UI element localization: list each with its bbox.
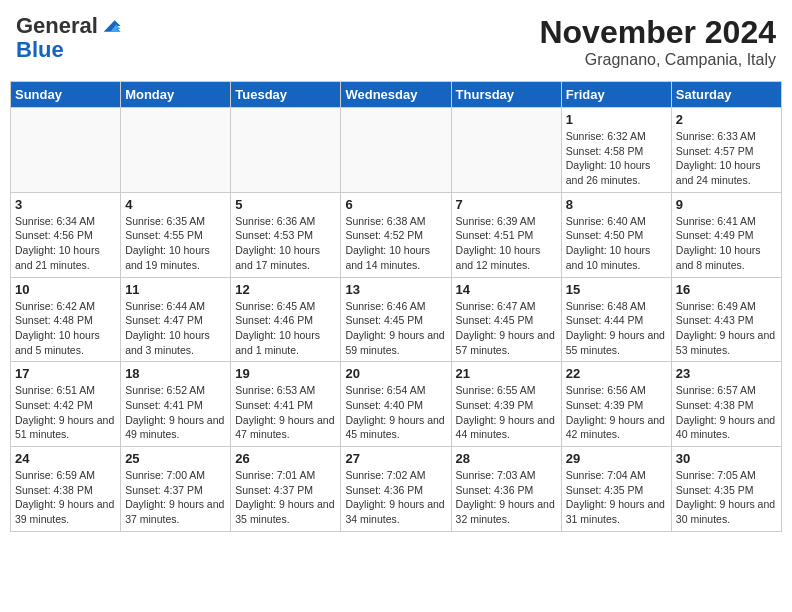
weekday-wednesday: Wednesday [341,82,451,108]
day-info: Sunrise: 6:45 AM Sunset: 4:46 PM Dayligh… [235,299,336,358]
day-info: Sunrise: 7:03 AM Sunset: 4:36 PM Dayligh… [456,468,557,527]
day-number: 22 [566,366,667,381]
day-info: Sunrise: 6:36 AM Sunset: 4:53 PM Dayligh… [235,214,336,273]
day-number: 14 [456,282,557,297]
calendar-cell: 18Sunrise: 6:52 AM Sunset: 4:41 PM Dayli… [121,362,231,447]
day-number: 13 [345,282,446,297]
day-number: 16 [676,282,777,297]
day-info: Sunrise: 6:49 AM Sunset: 4:43 PM Dayligh… [676,299,777,358]
calendar-cell: 8Sunrise: 6:40 AM Sunset: 4:50 PM Daylig… [561,192,671,277]
day-number: 29 [566,451,667,466]
day-number: 17 [15,366,116,381]
calendar: SundayMondayTuesdayWednesdayThursdayFrid… [10,81,782,532]
calendar-cell [341,108,451,193]
calendar-cell: 19Sunrise: 6:53 AM Sunset: 4:41 PM Dayli… [231,362,341,447]
day-number: 5 [235,197,336,212]
calendar-cell: 29Sunrise: 7:04 AM Sunset: 4:35 PM Dayli… [561,447,671,532]
day-number: 2 [676,112,777,127]
calendar-cell: 10Sunrise: 6:42 AM Sunset: 4:48 PM Dayli… [11,277,121,362]
day-number: 27 [345,451,446,466]
day-number: 10 [15,282,116,297]
day-info: Sunrise: 6:56 AM Sunset: 4:39 PM Dayligh… [566,383,667,442]
calendar-cell [231,108,341,193]
calendar-cell [121,108,231,193]
day-number: 18 [125,366,226,381]
location-title: Gragnano, Campania, Italy [539,51,776,69]
day-info: Sunrise: 6:47 AM Sunset: 4:45 PM Dayligh… [456,299,557,358]
calendar-cell: 25Sunrise: 7:00 AM Sunset: 4:37 PM Dayli… [121,447,231,532]
calendar-cell: 13Sunrise: 6:46 AM Sunset: 4:45 PM Dayli… [341,277,451,362]
calendar-cell: 27Sunrise: 7:02 AM Sunset: 4:36 PM Dayli… [341,447,451,532]
day-info: Sunrise: 6:54 AM Sunset: 4:40 PM Dayligh… [345,383,446,442]
calendar-cell: 30Sunrise: 7:05 AM Sunset: 4:35 PM Dayli… [671,447,781,532]
day-number: 25 [125,451,226,466]
weekday-tuesday: Tuesday [231,82,341,108]
calendar-cell: 21Sunrise: 6:55 AM Sunset: 4:39 PM Dayli… [451,362,561,447]
calendar-cell [451,108,561,193]
week-row-4: 24Sunrise: 6:59 AM Sunset: 4:38 PM Dayli… [11,447,782,532]
header: General Blue November 2024 Gragnano, Cam… [10,10,782,73]
calendar-cell: 28Sunrise: 7:03 AM Sunset: 4:36 PM Dayli… [451,447,561,532]
day-info: Sunrise: 6:44 AM Sunset: 4:47 PM Dayligh… [125,299,226,358]
calendar-cell: 3Sunrise: 6:34 AM Sunset: 4:56 PM Daylig… [11,192,121,277]
day-number: 23 [676,366,777,381]
weekday-sunday: Sunday [11,82,121,108]
day-info: Sunrise: 7:02 AM Sunset: 4:36 PM Dayligh… [345,468,446,527]
day-info: Sunrise: 6:48 AM Sunset: 4:44 PM Dayligh… [566,299,667,358]
day-info: Sunrise: 6:34 AM Sunset: 4:56 PM Dayligh… [15,214,116,273]
weekday-monday: Monday [121,82,231,108]
calendar-cell: 17Sunrise: 6:51 AM Sunset: 4:42 PM Dayli… [11,362,121,447]
day-number: 26 [235,451,336,466]
day-info: Sunrise: 6:51 AM Sunset: 4:42 PM Dayligh… [15,383,116,442]
weekday-thursday: Thursday [451,82,561,108]
day-number: 24 [15,451,116,466]
calendar-cell: 12Sunrise: 6:45 AM Sunset: 4:46 PM Dayli… [231,277,341,362]
day-number: 1 [566,112,667,127]
day-number: 30 [676,451,777,466]
day-info: Sunrise: 6:52 AM Sunset: 4:41 PM Dayligh… [125,383,226,442]
calendar-cell: 26Sunrise: 7:01 AM Sunset: 4:37 PM Dayli… [231,447,341,532]
weekday-saturday: Saturday [671,82,781,108]
calendar-cell: 7Sunrise: 6:39 AM Sunset: 4:51 PM Daylig… [451,192,561,277]
day-number: 15 [566,282,667,297]
calendar-cell: 23Sunrise: 6:57 AM Sunset: 4:38 PM Dayli… [671,362,781,447]
day-number: 7 [456,197,557,212]
title-area: November 2024 Gragnano, Campania, Italy [539,14,776,69]
day-number: 12 [235,282,336,297]
calendar-cell: 6Sunrise: 6:38 AM Sunset: 4:52 PM Daylig… [341,192,451,277]
day-info: Sunrise: 6:55 AM Sunset: 4:39 PM Dayligh… [456,383,557,442]
calendar-cell: 4Sunrise: 6:35 AM Sunset: 4:55 PM Daylig… [121,192,231,277]
logo-icon [100,17,122,35]
calendar-cell: 1Sunrise: 6:32 AM Sunset: 4:58 PM Daylig… [561,108,671,193]
logo: General Blue [16,14,122,62]
week-row-0: 1Sunrise: 6:32 AM Sunset: 4:58 PM Daylig… [11,108,782,193]
day-info: Sunrise: 6:41 AM Sunset: 4:49 PM Dayligh… [676,214,777,273]
day-info: Sunrise: 7:01 AM Sunset: 4:37 PM Dayligh… [235,468,336,527]
day-info: Sunrise: 6:32 AM Sunset: 4:58 PM Dayligh… [566,129,667,188]
day-info: Sunrise: 6:59 AM Sunset: 4:38 PM Dayligh… [15,468,116,527]
day-info: Sunrise: 6:35 AM Sunset: 4:55 PM Dayligh… [125,214,226,273]
day-info: Sunrise: 7:04 AM Sunset: 4:35 PM Dayligh… [566,468,667,527]
day-number: 11 [125,282,226,297]
calendar-cell: 15Sunrise: 6:48 AM Sunset: 4:44 PM Dayli… [561,277,671,362]
day-number: 6 [345,197,446,212]
calendar-cell: 14Sunrise: 6:47 AM Sunset: 4:45 PM Dayli… [451,277,561,362]
day-number: 28 [456,451,557,466]
day-number: 21 [456,366,557,381]
month-title: November 2024 [539,14,776,51]
day-info: Sunrise: 6:46 AM Sunset: 4:45 PM Dayligh… [345,299,446,358]
day-info: Sunrise: 6:33 AM Sunset: 4:57 PM Dayligh… [676,129,777,188]
week-row-3: 17Sunrise: 6:51 AM Sunset: 4:42 PM Dayli… [11,362,782,447]
calendar-cell [11,108,121,193]
day-info: Sunrise: 7:00 AM Sunset: 4:37 PM Dayligh… [125,468,226,527]
day-info: Sunrise: 6:53 AM Sunset: 4:41 PM Dayligh… [235,383,336,442]
day-number: 3 [15,197,116,212]
calendar-cell: 20Sunrise: 6:54 AM Sunset: 4:40 PM Dayli… [341,362,451,447]
day-info: Sunrise: 6:38 AM Sunset: 4:52 PM Dayligh… [345,214,446,273]
calendar-body: 1Sunrise: 6:32 AM Sunset: 4:58 PM Daylig… [11,108,782,532]
calendar-cell: 9Sunrise: 6:41 AM Sunset: 4:49 PM Daylig… [671,192,781,277]
day-number: 19 [235,366,336,381]
day-info: Sunrise: 6:40 AM Sunset: 4:50 PM Dayligh… [566,214,667,273]
day-info: Sunrise: 6:39 AM Sunset: 4:51 PM Dayligh… [456,214,557,273]
calendar-cell: 22Sunrise: 6:56 AM Sunset: 4:39 PM Dayli… [561,362,671,447]
